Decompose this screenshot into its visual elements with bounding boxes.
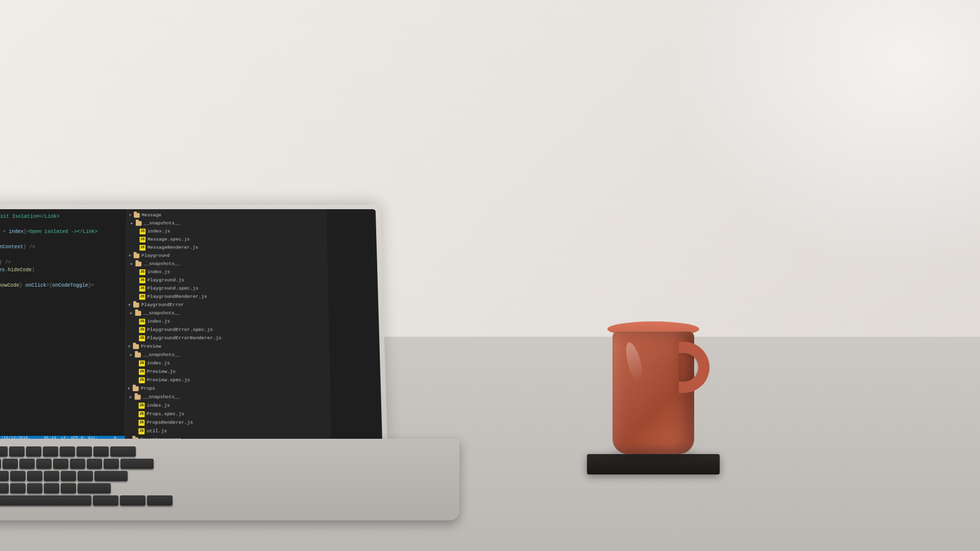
tree-file[interactable]: JS PropsRenderer.js [125,418,331,427]
tree-file[interactable]: JS Preview.js [126,367,330,376]
file-name: Playground.js [148,276,184,284]
code-line: evalInContext} /> [0,243,124,251]
key [94,471,128,481]
folder-name: Props [141,384,155,393]
folder-name: Preview [141,342,161,350]
laptop-keyboard: MacBook Pro [0,439,459,520]
tree-file[interactable]: JS MessageRenderer.js [127,243,327,252]
file-tree-panel: ▼ Message ▶ __snapshots__ JS inde [125,209,331,444]
file-name: index.js [148,227,170,235]
key [44,471,59,481]
tree-folder-snapshots[interactable]: ▶ __snapshots__ [127,219,327,228]
tree-folder-snapshots[interactable]: ▶ __snapshots__ [127,260,328,268]
key [27,483,42,493]
tree-file[interactable]: JS Playground.spec.js [127,284,328,292]
folder-icon [135,261,141,266]
code-line [0,274,124,282]
tree-file[interactable]: JS index.js [127,268,328,276]
tree-file[interactable]: JS Message.spec.js [127,235,327,243]
js-icon: JS [139,277,145,283]
tree-file[interactable]: JS index.js [127,227,327,235]
tree-file[interactable]: JS Preview.spec.js [126,376,330,385]
key [26,446,41,457]
tree-folder-playground[interactable]: ▼ Playground [127,252,327,260]
file-name: MessageRenderer.js [148,243,199,252]
tree-file[interactable]: JS PlaygroundErrorRenderer.js [126,334,329,342]
tree-folder-message[interactable]: ▼ Message [127,211,327,219]
code-line: }>- Exit Isolation</Link> [0,213,125,221]
js-icon: JS [139,269,145,274]
file-name: Props.spec.js [146,410,184,418]
tree-file[interactable]: JS Playground.js [127,276,328,284]
coffee-mug [602,321,704,454]
coffee-mug-container [602,321,704,454]
key [0,459,1,469]
js-icon: JS [139,294,145,299]
js-icon: JS [139,335,145,341]
file-name: Playground.spec.js [148,284,199,292]
tree-folder-props[interactable]: ▼ Props [126,384,330,393]
tree-folder-snapshots[interactable]: ▶ __snapshots__ [126,393,331,402]
tree-file[interactable]: JS PlaygroundError.spec.js [126,325,329,334]
file-name: Preview.js [147,367,176,376]
folder-name: Message [142,211,162,219]
key [120,459,154,469]
js-icon: JS [139,369,145,375]
file-name: index.js [148,268,170,276]
tree-folder-snapshots[interactable]: ▶ __snapshots__ [126,309,329,317]
code-line: ses.showCode} onClick={onCodeToggle}> [0,282,124,289]
folder-icon [135,394,141,399]
folder-name: __snapshots__ [143,350,180,359]
key [3,459,18,469]
tree-file[interactable]: JS index.js [126,359,330,367]
key [27,471,42,481]
tree-folder-snapshots[interactable]: ▶ __snapshots__ [126,350,330,359]
file-tree-content: ▼ Message ▶ __snapshots__ JS inde [125,209,331,444]
folder-icon [135,353,141,358]
key-row-5 [0,495,449,506]
folder-name: PlaygroundError [141,300,184,309]
key [110,446,136,457]
tree-file[interactable]: JS PlaygroundRenderer.js [126,292,328,300]
tree-file[interactable]: JS index.js [126,401,331,410]
tree-folder-preview[interactable]: ▼ Preview [126,342,330,350]
key [53,459,68,469]
key-row-4 [0,483,449,493]
key [104,459,119,469]
js-icon: JS [139,377,145,383]
key [60,446,75,457]
js-icon: JS [140,229,146,234]
js-icon: JS [139,237,145,242]
file-name: util.js [146,427,167,436]
key [43,446,58,457]
key [10,471,26,481]
laptop-screen: }>- Exit Isolation</Link> + '/' + index}… [0,209,382,444]
folder-name: Playground [141,252,169,260]
js-icon: JS [138,411,144,417]
key [120,495,145,506]
key [78,471,93,481]
key [0,446,8,457]
folder-icon [133,303,139,308]
file-name: PlaygroundErrorRenderer.js [147,334,222,342]
folder-icon [134,213,140,217]
file-name: Message.spec.js [148,235,190,243]
folder-name: __snapshots__ [143,260,180,268]
js-icon: JS [139,244,145,250]
tree-file[interactable]: JS index.js [126,317,329,325]
file-name: index.js [147,317,170,325]
js-icon: JS [138,419,144,425]
mug-highlight [623,341,646,384]
file-name: index.js [146,401,169,410]
screen-bezel: }>- Exit Isolation</Link> + '/' + index}… [0,209,382,444]
key-row-3 [0,471,449,481]
key [70,459,85,469]
tree-file[interactable]: JS util.js [125,427,331,436]
tree-folder-playgrounderror[interactable]: ▼ PlaygroundError [126,300,328,309]
key [10,483,26,493]
tree-file[interactable]: JS Props.spec.js [126,410,331,418]
folder-icon [133,344,139,349]
folder-icon [134,253,140,258]
code-line [0,220,125,228]
file-name: PropsRenderer.js [146,418,193,427]
